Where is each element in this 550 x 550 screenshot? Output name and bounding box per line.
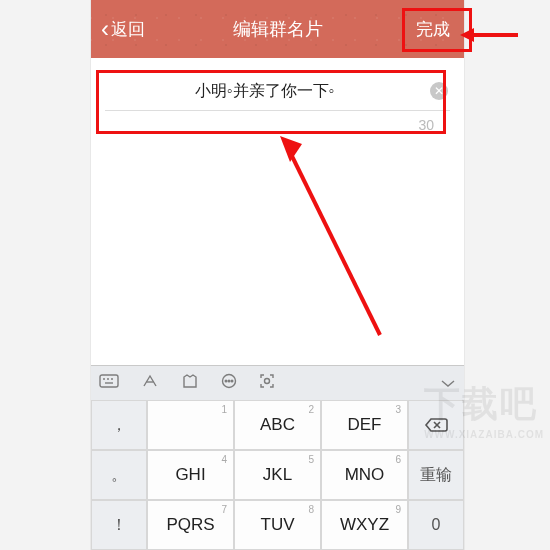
header-bar: ‹ 返回 编辑群名片 完成 (91, 0, 464, 58)
key-8[interactable]: 8TUV (234, 500, 321, 550)
key-9[interactable]: 9WXYZ (321, 500, 408, 550)
key-exclaim[interactable]: ！ (91, 500, 147, 550)
key-7[interactable]: 7PQRS (147, 500, 234, 550)
key-reenter[interactable]: 重输 (408, 450, 464, 500)
done-button[interactable]: 完成 (402, 0, 464, 58)
annotation-arrow-done (460, 25, 520, 45)
key-5[interactable]: 5JKL (234, 450, 321, 500)
group-name-input[interactable] (107, 82, 422, 100)
char-counter: 30 (105, 111, 450, 133)
svg-point-7 (225, 380, 227, 382)
svg-rect-0 (100, 375, 118, 387)
keypad: ， 1 2ABC 3DEF 。 4GHI 5JKL 6MNO 重输 ！ 7PQR… (91, 400, 464, 550)
close-icon: ✕ (434, 84, 444, 98)
keyboard: ， 1 2ABC 3DEF 。 4GHI 5JKL 6MNO 重输 ！ 7PQR… (91, 365, 464, 550)
key-backspace[interactable] (408, 400, 464, 450)
keyboard-switch-icon[interactable] (99, 374, 119, 392)
name-input-wrap: ✕ 30 (105, 76, 450, 133)
svg-point-10 (265, 379, 270, 384)
chevron-left-icon: ‹ (101, 17, 109, 41)
back-button[interactable]: ‹ 返回 (91, 0, 155, 58)
done-label: 完成 (416, 18, 450, 41)
key-1[interactable]: 1 (147, 400, 234, 450)
key-2[interactable]: 2ABC (234, 400, 321, 450)
key-comma[interactable]: ， (91, 400, 147, 450)
backspace-icon (424, 417, 448, 433)
more-icon[interactable] (221, 373, 237, 393)
text-tool-icon[interactable] (141, 374, 159, 392)
key-3[interactable]: 3DEF (321, 400, 408, 450)
phone-screen: ‹ 返回 编辑群名片 完成 ✕ 30 ， 1 2A (90, 0, 465, 550)
svg-point-9 (231, 380, 233, 382)
key-4[interactable]: 4GHI (147, 450, 234, 500)
keyboard-toolbar (91, 366, 464, 400)
clear-input-button[interactable]: ✕ (430, 82, 448, 100)
key-zero[interactable]: 0 (408, 500, 464, 550)
key-6[interactable]: 6MNO (321, 450, 408, 500)
shirt-icon[interactable] (181, 374, 199, 392)
svg-point-8 (228, 380, 230, 382)
key-period[interactable]: 。 (91, 450, 147, 500)
name-input-row: ✕ (105, 76, 450, 111)
back-label: 返回 (111, 18, 145, 41)
scan-icon[interactable] (259, 373, 275, 393)
collapse-keyboard-icon[interactable] (440, 374, 456, 392)
content-blank (91, 133, 464, 365)
